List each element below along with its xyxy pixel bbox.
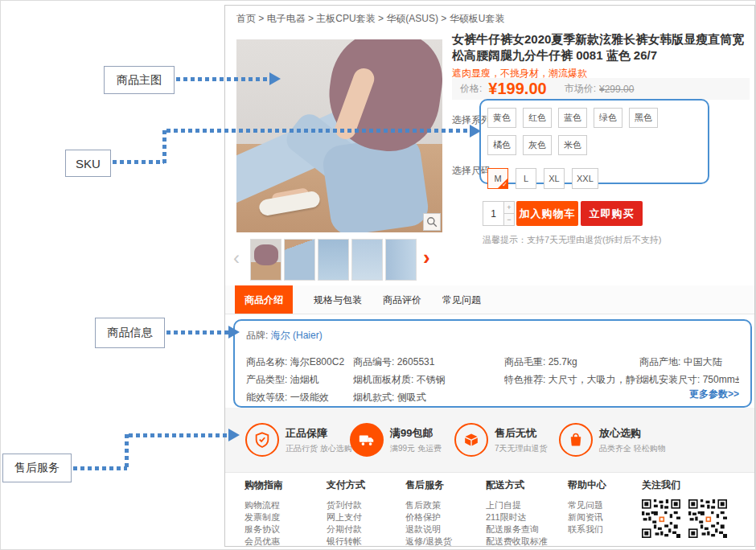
detail-tabs: 商品介绍规格与包装商品评价常见问题 [225, 285, 754, 314]
footer-link[interactable]: 返修/退换货 [405, 536, 452, 547]
brand-link[interactable]: 海尔 (Haier) [271, 330, 323, 341]
footer-column: 配送方式 上门自提211限时达配送服务查询配送费收取标准海外配送 [486, 478, 548, 550]
footer-link[interactable]: 银行转帐 [327, 536, 365, 547]
service-title: 放心选购 [599, 426, 666, 441]
product-thumbnail[interactable] [250, 239, 281, 281]
color-option[interactable]: 黄色 [487, 108, 516, 128]
annotation-main-image-label: 商品主图 [104, 66, 175, 94]
footer-link[interactable]: 网上支付 [327, 511, 365, 523]
footer-link[interactable]: 分期付款 [327, 523, 365, 535]
param-item: 烟机款式: 侧吸式 [353, 389, 504, 406]
market-price-value: ¥299.00 [599, 84, 634, 95]
product-thumbnail[interactable] [385, 239, 417, 281]
color-option[interactable]: 橘色 [487, 135, 516, 155]
footer-link[interactable]: 服务协议 [244, 523, 283, 535]
footer-column: 支付方式 货到付款网上支付分期付款银行转帐 [327, 478, 365, 548]
size-option[interactable]: L [516, 168, 536, 189]
prev-icon[interactable]: ‹ [233, 248, 240, 268]
annotation-arrow-line [113, 160, 164, 164]
footer-link[interactable]: 联系我们 [568, 523, 606, 535]
param-label: 商品产地: [639, 356, 680, 367]
footer-column-title: 售后服务 [405, 478, 452, 492]
tab[interactable]: 商品评价 [383, 285, 421, 314]
footer-link[interactable]: 售后政策 [405, 499, 452, 511]
warm-tip-text: 温馨提示：支持7天无理由退货(拆封后不支持) [483, 234, 661, 246]
param-label: 商品编号: [353, 356, 394, 367]
footer-link[interactable]: 常见问题 [568, 499, 606, 511]
annotation-product-info-label: 商品信息 [95, 318, 165, 348]
quantity-increase-button[interactable]: + [504, 201, 515, 214]
footer-link[interactable]: 发票制度 [244, 511, 283, 523]
footer-link[interactable]: 配送服务查询 [486, 523, 548, 535]
tab[interactable]: 规格与包装 [314, 285, 362, 314]
footer-link[interactable]: 配送费收取标准 [486, 536, 548, 547]
add-to-cart-button[interactable]: 加入购物车 [516, 201, 578, 226]
param-value: 中国大陆 [684, 356, 722, 367]
footer-column: 售后服务 售后政策价格保护退款说明返修/退换货取消订单 [405, 478, 452, 550]
service-item: 放心选购 品类齐全 轻松购物 [559, 423, 664, 457]
color-option[interactable]: 米色 [558, 135, 587, 155]
param-label: 商品名称: [246, 356, 287, 367]
size-option[interactable]: XL [544, 168, 565, 189]
tab[interactable]: 常见问题 [442, 285, 481, 314]
annotation-arrow-line [166, 330, 228, 335]
page: 商品主图 SKU 商品信息 售后服务 首页 > 电子电器 > 主板CPU套装 >… [0, 0, 756, 550]
color-option[interactable]: 红色 [523, 108, 552, 128]
product-params: 商品名称: 海尔E800C2 商品编号: 2605531 商品毛重: 25.7k… [246, 354, 739, 406]
footer-column-title: 关注我们 [642, 478, 735, 492]
magnifier-icon[interactable] [423, 213, 441, 231]
color-option[interactable]: 灰色 [523, 135, 552, 155]
param-item: 商品毛重: 25.7kg [504, 354, 639, 371]
size-option[interactable]: M [487, 168, 508, 189]
more-params-link[interactable]: 更多参数>> [689, 388, 739, 401]
quantity-decrease-button[interactable]: − [504, 214, 515, 226]
param-label: 烟机安装尺寸: [639, 374, 700, 385]
footer-link[interactable]: 新闻资讯 [568, 511, 606, 523]
footer-link[interactable]: 货到付款 [327, 499, 365, 511]
tab[interactable]: 商品介绍 [235, 285, 293, 314]
footer-column: 购物指南 购物流程发票制度服务协议会员优惠 [244, 478, 283, 548]
size-option[interactable]: XXL [572, 168, 598, 189]
color-option[interactable]: 蓝色 [558, 108, 587, 128]
footer-link[interactable]: 211限时达 [486, 511, 548, 523]
footer-link[interactable]: 价格保护 [405, 511, 452, 523]
market-price-label: 市场价: [565, 82, 596, 96]
service-item: 正品保障 正品行货 放心选购 [245, 423, 350, 457]
param-value: 海尔E800C2 [290, 356, 344, 367]
annotation-arrowhead-icon [269, 72, 281, 85]
footer-link[interactable]: 退款说明 [405, 523, 452, 535]
quantity-input[interactable]: 1 [483, 201, 504, 226]
color-option[interactable]: 黑色 [629, 108, 658, 128]
price-band: 价格: ¥199.00 市场价: ¥299.00 [452, 78, 750, 100]
param-value: 油烟机 [290, 374, 319, 385]
price-label: 价格: [460, 82, 482, 96]
breadcrumb[interactable]: 首页 > 电子电器 > 主板CPU套装 > 华硕(ASUS) > 华硕板U套装 [236, 12, 504, 26]
footer-link[interactable]: 购物流程 [244, 499, 283, 511]
quantity-stepper: 1 + − [483, 201, 515, 226]
product-thumbnail[interactable] [318, 239, 349, 281]
color-option[interactable]: 绿色 [594, 108, 622, 128]
service-title: 满99包邮 [390, 426, 442, 441]
next-icon[interactable]: › [423, 247, 430, 268]
param-value: 750mm±50mm (烟... [703, 374, 739, 385]
footer-link[interactable]: 上门自提 [486, 499, 548, 511]
param-value: 一级能效 [290, 392, 329, 403]
param-label: 烟机面板材质: [353, 374, 413, 385]
product-thumbnail[interactable] [284, 239, 315, 281]
param-label: 烟机款式: [353, 392, 394, 403]
product-thumbnail[interactable] [351, 239, 383, 281]
box-icon [454, 423, 488, 457]
param-label: 产品类型: [246, 374, 287, 385]
param-item: 商品产地: 中国大陆 [639, 354, 739, 371]
annotation-sku-label: SKU [65, 150, 111, 177]
product-title: 女裤牛仔裤女2020夏季新款泫雅长裤女韩版显瘦直筒宽松高腰阔腿九分牛仔裤 008… [452, 31, 746, 64]
bag-icon [559, 423, 593, 457]
buy-now-button[interactable]: 立即购买 [581, 201, 643, 226]
service-guarantee-band: 正品保障 正品行货 放心选购 满99包邮 满99元 免运费 [225, 408, 754, 472]
footer-link[interactable]: 会员优惠 [244, 536, 283, 547]
product-main-image[interactable] [236, 39, 442, 232]
param-value: 不锈钢 [417, 374, 446, 385]
footer: 购物指南 购物流程发票制度服务协议会员优惠 支付方式 货到付款网上支付分期付款银… [225, 472, 754, 546]
param-label: 能效等级: [246, 392, 287, 403]
product-info-box: 品牌: 海尔 (Haier) 商品名称: 海尔E800C2 商品编号: 2605… [233, 319, 752, 408]
